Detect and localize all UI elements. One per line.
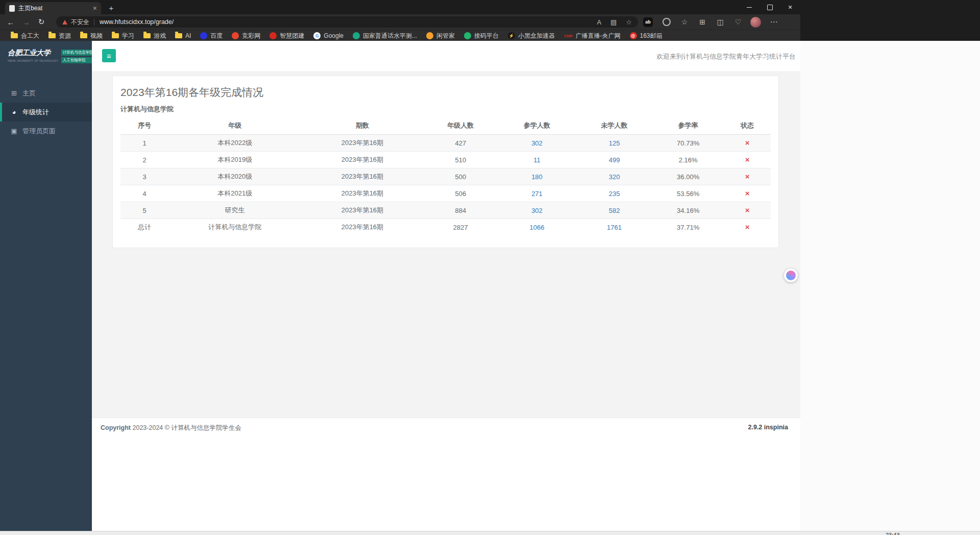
page-title: 2023年第16期各年级完成情况: [120, 85, 771, 100]
page-wrapper: ≡ 欢迎来到计算机与信息学院青年大学习统计平台 2023年第16期各年级完成情况…: [92, 41, 800, 531]
bookmark-label: 游戏: [154, 32, 166, 40]
column-header: 期数: [301, 117, 424, 135]
forward-button[interactable]: →: [18, 18, 34, 27]
folder-icon: [48, 33, 56, 38]
bookmark-item[interactable]: 接码平台: [459, 30, 503, 41]
sidebar-item-grade-stats[interactable]: ◕年级统计: [0, 103, 92, 121]
bookmark-item[interactable]: 资源: [44, 30, 76, 41]
browser-titlebar: 主页beat × + ×: [0, 0, 800, 14]
back-button[interactable]: ←: [3, 18, 18, 27]
add-favorite-icon[interactable]: ☆: [626, 18, 632, 26]
desktop-area: [800, 0, 980, 531]
count-link[interactable]: 1066: [530, 224, 545, 231]
column-header: 状态: [724, 117, 771, 135]
screen: 主页beat × + × ← → ↻ 不安全 www.hfutscidxx.to…: [0, 0, 980, 535]
table-row: 1本科2022级2023年第16期42730212570.73%×: [120, 135, 771, 152]
refresh-button[interactable]: ↻: [34, 17, 49, 27]
column-header: 序号: [120, 117, 168, 135]
maximize-button[interactable]: [760, 0, 780, 14]
table-row: 2本科2019级2023年第16期510114992.16%×: [120, 152, 771, 168]
security-label[interactable]: 不安全: [71, 18, 89, 27]
read-aloud-icon[interactable]: A: [597, 18, 601, 26]
count-link[interactable]: 180: [531, 173, 543, 181]
new-tab-button[interactable]: +: [105, 3, 117, 13]
count-link[interactable]: 499: [609, 156, 620, 164]
logo-cn-text: 合肥工业大学: [8, 48, 59, 58]
grade-stats-icon: ◕: [10, 108, 18, 116]
folder-icon: [143, 33, 151, 38]
desktop-upper: [800, 0, 980, 41]
sidebar-toggle-button[interactable]: ≡: [102, 49, 116, 62]
ai-assistant-float-button[interactable]: [784, 269, 798, 282]
status-fail-icon: ×: [745, 206, 750, 214]
table-row: 总计计算机与信息学院2023年第16期28271066176137.71%×: [120, 219, 771, 236]
close-button[interactable]: ×: [780, 0, 800, 14]
maximize-icon: [767, 5, 773, 10]
count-link[interactable]: 11: [533, 156, 541, 164]
sidebar-nav: ⊞主页◕年级统计▣管理员页面: [0, 84, 92, 140]
bookmark-item[interactable]: CNR广播直播-央广网: [559, 30, 625, 41]
minimize-button[interactable]: [739, 0, 760, 14]
bookmark-item[interactable]: 竞彩网: [227, 30, 265, 41]
bookmark-item[interactable]: 游戏: [139, 30, 170, 41]
bookmark-item[interactable]: 闲管家: [422, 30, 459, 41]
password-extension-icon[interactable]: ab: [643, 17, 653, 27]
bookmark-label: AI: [185, 32, 191, 39]
collections-icon[interactable]: ⊞: [698, 17, 706, 27]
bookmark-item[interactable]: @163邮箱: [625, 30, 667, 41]
table-row: 3本科2020级2023年第16期50018032036.00%×: [120, 168, 771, 185]
home-icon: ⊞: [10, 89, 18, 97]
bookmark-item[interactable]: ⚡小黑盒加速器: [503, 30, 559, 41]
count-link[interactable]: 125: [609, 139, 620, 147]
favorites-bar-icon[interactable]: ☆: [680, 17, 689, 27]
bookmark-item[interactable]: 视频: [76, 30, 107, 41]
browser-essentials-icon[interactable]: ♡: [734, 17, 742, 27]
bookmark-item[interactable]: 智慧团建: [265, 30, 309, 41]
tab-favicon-icon: [9, 5, 15, 12]
browser-tab[interactable]: 主页beat ×: [5, 2, 101, 14]
bookmark-item[interactable]: AI: [170, 30, 195, 41]
sidebar-item-label: 管理员页面: [22, 127, 56, 136]
count-link[interactable]: 271: [531, 190, 543, 198]
table-row: 5研究生2023年第16期88430258234.16%×: [120, 202, 771, 219]
count-link[interactable]: 582: [609, 207, 620, 214]
window-controls: ×: [739, 0, 800, 14]
bookmark-item[interactable]: 国家普通话水平测...: [348, 30, 422, 41]
bookmark-label: 国家普通话水平测...: [363, 32, 417, 40]
count-link[interactable]: 235: [609, 190, 620, 198]
reader-mode-icon[interactable]: ▤: [610, 18, 617, 26]
settings-menu-icon[interactable]: ⋯: [768, 17, 779, 27]
taskbar[interactable]: 23:43: [0, 531, 980, 535]
tab-close-icon[interactable]: ×: [93, 5, 97, 12]
split-screen-icon[interactable]: ◫: [716, 17, 724, 27]
sidebar-item-admin-page[interactable]: ▣管理员页面: [0, 121, 92, 140]
bookmark-label: Google: [324, 32, 344, 39]
count-link[interactable]: 1761: [607, 224, 622, 231]
bookmark-item[interactable]: 学习: [107, 30, 139, 41]
extension-ring-icon[interactable]: [663, 18, 671, 26]
bookmark-item[interactable]: 百度: [195, 30, 227, 41]
security-warning-icon[interactable]: [62, 20, 67, 25]
bookmark-favicon-icon: [464, 32, 471, 39]
column-header: 年级: [168, 117, 301, 135]
sidebar-item-home[interactable]: ⊞主页: [0, 84, 92, 103]
brain-icon: [786, 271, 796, 280]
column-header: 未学人数: [576, 117, 652, 135]
count-link[interactable]: 302: [531, 207, 543, 214]
tab-title: 主页beat: [18, 4, 89, 13]
page-viewport: 合肥工业大学 HEFEI UNIVERSITY OF TECHNOLOGY 计算…: [0, 41, 800, 531]
logo-college-tag: 计算机与信息学院: [61, 50, 95, 56]
stats-card: 2023年第16期各年级完成情况 计算机与信息学院 序号年级期数年级人数参学人数…: [112, 76, 779, 248]
status-fail-icon: ×: [745, 138, 750, 147]
count-link[interactable]: 302: [531, 139, 543, 147]
count-link[interactable]: 320: [609, 173, 620, 181]
bookmark-label: 视频: [90, 32, 103, 40]
folder-icon: [80, 33, 87, 38]
bookmarks-bar: 合工大资源视频学习游戏AI百度竞彩网智慧团建GGoogle国家普通话水平测...…: [0, 30, 800, 41]
minimize-icon: [747, 7, 752, 8]
bookmark-item[interactable]: GGoogle: [309, 30, 348, 41]
bookmark-item[interactable]: 合工大: [6, 30, 44, 41]
profile-avatar[interactable]: [750, 17, 761, 28]
address-bar[interactable]: 不安全 www.hfutscidxx.top/grade/ A▤☆: [56, 16, 638, 28]
url-text[interactable]: www.hfutscidxx.top/grade/: [100, 18, 174, 26]
